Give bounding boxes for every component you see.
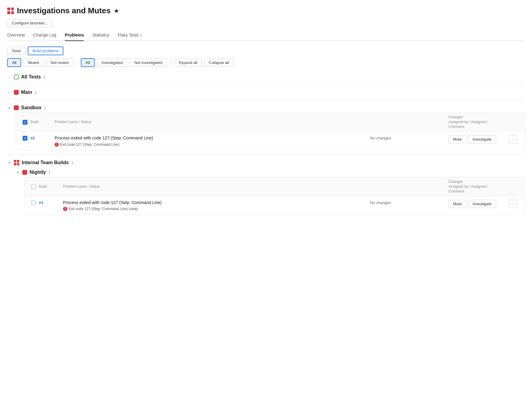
row-checkbox-cell: ✓ [20, 135, 30, 141]
nightly-row-1-changes: No changes [370, 200, 448, 205]
filter-build-problems-button[interactable]: Build problems [28, 46, 63, 55]
header-changes-col: Changes Assigned by / Assignee / Comment [448, 115, 521, 129]
subgroup-nightly: ∨ Nightly 1 Build Problem name / Status … [16, 167, 525, 215]
group-internal-team-builds-header[interactable]: ∨ Internal Team Builds 1 [7, 157, 525, 167]
sandbox-row-1-actions: Mute Investigate [448, 135, 509, 143]
tab-nav: Overview Change Log Problems Statistics … [7, 33, 525, 41]
nightly-row-1-checkbox[interactable] [31, 200, 36, 205]
group-internal-team-builds: ∨ Internal Team Builds 1 ∨ Nightly 1 Bui… [7, 157, 525, 215]
sandbox-icon [14, 105, 19, 110]
configure-favorites-button[interactable]: Configure favorites... [7, 19, 52, 27]
divider-1 [7, 84, 525, 84]
nightly-row-1-problem-info: Process exited with code 127 (Step: Comm… [63, 200, 370, 211]
main-icon [14, 90, 19, 95]
nightly-table-header: Build Problem name / Status Changes Assi… [24, 177, 524, 196]
nightly-icon [22, 170, 27, 175]
filter-separator-2 [170, 59, 171, 66]
sandbox-row-1-changes: No changes [370, 135, 448, 140]
group-sandbox-name: Sandbox [21, 105, 42, 110]
header-checkbox-cell: ✓ [20, 119, 30, 125]
sandbox-row-1-problem-name: Process exited with code 127 (Step: Comm… [55, 135, 370, 141]
group-internal-team-builds-count: 1 [71, 160, 74, 165]
app-icon [7, 8, 14, 14]
sandbox-row-1-problem-info: Process exited with code 127 (Step: Comm… [55, 135, 370, 147]
nightly-row-1-mute-button[interactable]: Mute [448, 200, 466, 208]
group-sandbox-count: 1 [44, 105, 46, 110]
sandbox-row-1-more-cell: ··· [509, 135, 521, 143]
nightly-row-1-more-cell: ··· [509, 200, 521, 208]
chevron-down-icon: ∨ [7, 161, 11, 164]
nightly-row-1-problem-name: Process exited with code 127 (Step: Comm… [63, 200, 370, 206]
filter-not-investigated-button[interactable]: Not investigated [130, 59, 167, 67]
sandbox-row-1-investigate-button[interactable]: Investigate [468, 135, 496, 143]
sandbox-row-1-build-num[interactable]: #2 [30, 135, 55, 140]
nightly-row-1-investigate-button[interactable]: Investigate [468, 200, 496, 208]
group-main-count: 1 [34, 90, 37, 95]
nightly-row-1-actions: Mute Investigate [448, 200, 509, 208]
page-header: Investigations and Mutes ★ [7, 6, 525, 15]
nightly-header-checkbox-cell [28, 184, 39, 189]
filter-not-muted-button[interactable]: Not muted [46, 59, 73, 67]
tab-flaky-tests[interactable]: Flaky Tests0 [118, 33, 142, 41]
star-icon[interactable]: ★ [114, 7, 119, 14]
subgroup-nightly-name: Nightly [30, 170, 46, 175]
filter-section: Tests Build problems All Muted Not muted… [7, 46, 525, 67]
sandbox-row-1-mute-button[interactable]: Mute [448, 135, 466, 143]
filter-tests-button[interactable]: Tests [7, 47, 25, 55]
group-sandbox: ∨ Sandbox 1 ✓ Build Problem name / Statu… [7, 102, 525, 151]
nightly-header-problem-col: Problem name / Status [63, 184, 370, 189]
divider-2 [7, 99, 525, 100]
filter-muted-button[interactable]: Muted [24, 59, 43, 67]
nightly-row-1-more-button[interactable]: ··· [509, 200, 518, 208]
group-sandbox-header[interactable]: ∨ Sandbox 1 [7, 102, 525, 112]
subgroup-nightly-header[interactable]: ∨ Nightly 1 [16, 167, 525, 177]
all-tests-icon [14, 75, 19, 79]
sandbox-row-1-problem-status: ! Exit code 127 (Step: Command Line) [55, 142, 370, 147]
filter-investigated-button[interactable]: Investigated [97, 59, 127, 67]
sandbox-row-1-more-button[interactable]: ··· [509, 135, 518, 143]
group-main-header[interactable]: › Main 1 [7, 87, 525, 97]
filter-all-mute-button[interactable]: All [7, 58, 21, 67]
chevron-down-icon: ∨ [7, 106, 11, 110]
filter-row-status: All Muted Not muted All Investigated Not… [7, 58, 525, 67]
group-internal-team-builds-name: Internal Team Builds [22, 160, 69, 165]
header-problem-col: Problem name / Status [55, 120, 370, 124]
page-title: Investigations and Mutes [17, 6, 111, 15]
collapse-all-button[interactable]: Collapse all [204, 59, 233, 67]
filter-row-type: Tests Build problems [7, 46, 525, 55]
sandbox-build-table: ✓ Build Problem name / Status Changes As… [16, 112, 525, 151]
error-icon: ! [55, 142, 59, 147]
group-main-name: Main [21, 90, 32, 95]
chevron-right-icon: › [7, 75, 11, 79]
nightly-build-table: Build Problem name / Status Changes Assi… [24, 177, 525, 215]
expand-all-button[interactable]: Expand all [174, 59, 202, 67]
group-all-tests-header[interactable]: › All Tests 1 [7, 71, 525, 81]
group-main: › Main 1 [7, 87, 525, 97]
sandbox-table-header: ✓ Build Problem name / Status Changes As… [16, 113, 524, 132]
filter-separator-1 [77, 59, 77, 66]
sandbox-header-checkbox[interactable]: ✓ [23, 120, 27, 125]
nightly-table-row: #1 Process exited with code 127 (Step: C… [24, 196, 524, 215]
error-icon: ! [63, 207, 67, 211]
tab-problems[interactable]: Problems [65, 33, 84, 41]
tab-changelog[interactable]: Change Log [33, 33, 56, 41]
internal-team-builds-icon [14, 160, 19, 165]
nightly-header-changes-col: Changes Assigned by / Assignee / Comment [448, 180, 521, 193]
nightly-header-build-col: Build [39, 184, 63, 189]
tab-overview[interactable]: Overview [7, 33, 25, 41]
tab-statistics[interactable]: Statistics [92, 33, 109, 41]
sandbox-row-1-checkbox[interactable]: ✓ [23, 136, 27, 141]
nightly-row-checkbox-cell [28, 200, 39, 205]
chevron-right-icon: › [7, 91, 11, 94]
group-all-tests-name: All Tests [21, 74, 41, 80]
group-all-tests-count: 1 [43, 75, 46, 79]
divider-3 [7, 154, 525, 155]
header-build-col: Build [30, 120, 55, 124]
subgroup-nightly-count: 1 [48, 170, 51, 175]
sandbox-table-row: ✓ #2 Process exited with code 127 (Step:… [16, 132, 524, 150]
group-all-tests: › All Tests 1 [7, 71, 525, 81]
nightly-row-1-problem-status: ! Exit code 127 (Step: Command Line) (ne… [63, 207, 370, 211]
filter-all-investigate-button[interactable]: All [81, 58, 95, 67]
nightly-row-1-build-num[interactable]: #1 [39, 200, 63, 205]
nightly-header-checkbox[interactable] [31, 184, 36, 189]
